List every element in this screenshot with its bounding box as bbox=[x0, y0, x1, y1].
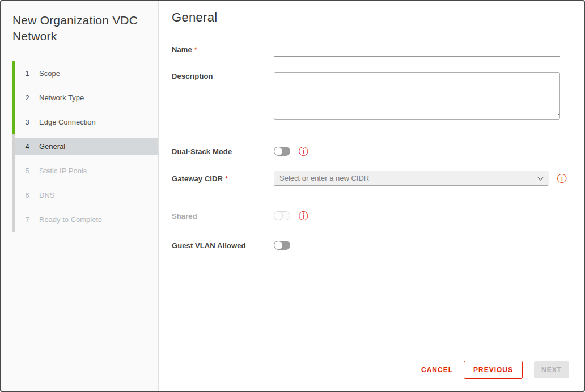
required-asterisk: * bbox=[225, 174, 228, 183]
name-input[interactable] bbox=[274, 45, 560, 57]
sidebar-item-scope[interactable]: 1Scope bbox=[12, 61, 158, 86]
step-number: 6 bbox=[23, 191, 31, 199]
wizard-title: New Organization VDC Network bbox=[1, 12, 158, 45]
description-textarea[interactable] bbox=[274, 72, 560, 120]
step-label: DNS bbox=[39, 191, 54, 199]
gateway-cidr-placeholder: Select or enter a new CIDR bbox=[279, 174, 369, 182]
dual-stack-toggle[interactable] bbox=[274, 147, 290, 156]
gateway-cidr-select[interactable]: Select or enter a new CIDR bbox=[274, 171, 549, 186]
dual-stack-row: Dual-Stack Mode ⓘ bbox=[172, 144, 573, 159]
step-number: 1 bbox=[23, 69, 31, 78]
shared-toggle bbox=[274, 211, 290, 220]
guest-vlan-label: Guest VLAN Allowed bbox=[172, 241, 274, 250]
step-row[interactable]: 1Scope bbox=[15, 65, 158, 82]
next-button: NEXT bbox=[534, 361, 569, 378]
info-icon[interactable]: ⓘ bbox=[299, 211, 308, 221]
step-label: Ready to Complete bbox=[39, 215, 102, 224]
step-row[interactable]: 2Network Type bbox=[15, 89, 158, 106]
info-icon[interactable]: ⓘ bbox=[557, 174, 567, 184]
step-label: Network Type bbox=[39, 93, 84, 102]
wizard-dialog: New Organization VDC Network 1Scope2Netw… bbox=[0, 0, 585, 392]
description-row: Description bbox=[172, 72, 573, 122]
shared-row: Shared ⓘ bbox=[172, 208, 573, 223]
shared-label: Shared bbox=[172, 212, 274, 220]
sidebar-item-network-type[interactable]: 2Network Type bbox=[12, 86, 158, 110]
sidebar-item-ready-to-complete: 7Ready to Complete bbox=[12, 207, 158, 232]
step-number: 4 bbox=[23, 142, 31, 151]
step-row[interactable]: 3Edge Connection bbox=[15, 113, 158, 130]
step-number: 2 bbox=[23, 93, 31, 102]
page-title: General bbox=[172, 10, 573, 25]
dual-stack-label: Dual-Stack Mode bbox=[172, 147, 274, 156]
cancel-button[interactable]: CANCEL bbox=[418, 361, 456, 378]
step-number: 3 bbox=[23, 118, 31, 126]
gateway-cidr-row: Gateway CIDR* Select or enter a new CIDR… bbox=[172, 171, 573, 186]
sidebar-item-general[interactable]: 4General bbox=[12, 134, 158, 159]
name-label: Name* bbox=[172, 45, 274, 54]
guest-vlan-row: Guest VLAN Allowed bbox=[172, 238, 573, 253]
info-icon[interactable]: ⓘ bbox=[299, 147, 308, 156]
step-number: 5 bbox=[23, 167, 31, 175]
name-row: Name* bbox=[172, 45, 573, 57]
chevron-down-icon bbox=[538, 174, 544, 180]
step-label: Static IP Pools bbox=[39, 167, 87, 175]
step-row: 7Ready to Complete bbox=[15, 211, 158, 228]
wizard-steps: 1Scope2Network Type3Edge Connection4Gene… bbox=[12, 61, 158, 232]
guest-vlan-toggle[interactable] bbox=[274, 241, 290, 250]
step-row[interactable]: 4General bbox=[15, 138, 158, 155]
gateway-cidr-label: Gateway CIDR* bbox=[172, 174, 274, 183]
step-number: 7 bbox=[23, 215, 31, 224]
section-divider bbox=[172, 198, 573, 198]
step-row: 6DNS bbox=[15, 186, 158, 203]
sidebar-item-dns: 6DNS bbox=[12, 183, 158, 207]
wizard-sidebar: New Organization VDC Network 1Scope2Netw… bbox=[1, 1, 159, 391]
previous-button[interactable]: PREVIOUS bbox=[464, 361, 523, 379]
wizard-footer: CANCEL PREVIOUS NEXT bbox=[418, 361, 569, 379]
step-label: General bbox=[39, 142, 65, 151]
description-label: Description bbox=[172, 72, 274, 80]
wizard-step-panel: General Name* Description Dual-Stack Mod… bbox=[159, 1, 584, 391]
step-label: Edge Connection bbox=[39, 118, 96, 126]
sidebar-item-static-ip-pools: 5Static IP Pools bbox=[12, 159, 158, 183]
step-row: 5Static IP Pools bbox=[15, 162, 158, 179]
required-asterisk: * bbox=[194, 45, 197, 54]
section-divider bbox=[172, 134, 573, 134]
sidebar-item-edge-connection[interactable]: 3Edge Connection bbox=[12, 110, 158, 134]
step-label: Scope bbox=[39, 69, 60, 78]
